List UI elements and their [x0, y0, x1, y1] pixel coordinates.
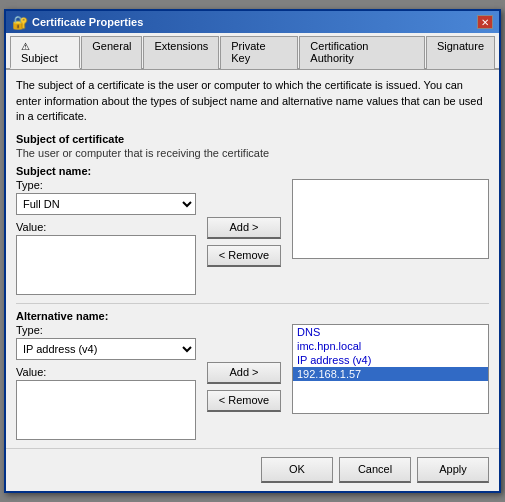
alt-type-label: Type:	[16, 324, 196, 336]
tab-general-label: General	[92, 40, 131, 52]
tab-extensions[interactable]: Extensions	[143, 36, 219, 69]
title-bar-left: 🔐 Certificate Properties	[12, 15, 143, 30]
subject-btn-col: Add > < Remove	[204, 179, 284, 295]
close-button[interactable]: ✕	[477, 15, 493, 29]
tabs-row: ⚠ Subject General Extensions Private Key…	[6, 33, 499, 70]
subject-name-section: Type: Full DN Common name Organization O…	[16, 179, 489, 295]
alt-name-label: Alternative name:	[16, 310, 489, 322]
subject-value-box[interactable]	[16, 235, 196, 295]
alt-listbox-item-dns-value[interactable]: imc.hpn.local	[293, 339, 488, 353]
subject-type-select[interactable]: Full DN Common name Organization Organiz…	[16, 193, 196, 215]
dialog-title: Certificate Properties	[32, 16, 143, 28]
alt-name-section: Type: IP address (v4) IP address (v6) DN…	[16, 324, 489, 440]
tab-subject-label: Subject	[21, 52, 58, 64]
alt-type-select[interactable]: IP address (v4) IP address (v6) DNS Emai…	[16, 338, 196, 360]
ok-button[interactable]: OK	[261, 457, 333, 483]
subject-value-label: Value:	[16, 221, 196, 233]
title-bar: 🔐 Certificate Properties ✕	[6, 11, 499, 33]
tab-private-key[interactable]: Private Key	[220, 36, 298, 69]
tab-signature-label: Signature	[437, 40, 484, 52]
subject-of-cert-label: Subject of certificate	[16, 133, 489, 145]
alt-listbox[interactable]: DNS imc.hpn.local IP address (v4) 192.16…	[292, 324, 489, 414]
alt-add-button[interactable]: Add >	[207, 362, 281, 384]
tab-general[interactable]: General	[81, 36, 142, 69]
divider	[16, 303, 489, 304]
tab-extensions-label: Extensions	[154, 40, 208, 52]
tab-cert-authority[interactable]: Certification Authority	[299, 36, 425, 69]
certificate-icon: 🔐	[12, 15, 28, 30]
tab-subject[interactable]: ⚠ Subject	[10, 36, 80, 69]
alt-value-box[interactable]	[16, 380, 196, 440]
tab-private-key-label: Private Key	[231, 40, 265, 64]
cancel-button[interactable]: Cancel	[339, 457, 411, 483]
subject-type-label: Type:	[16, 179, 196, 191]
alt-listbox-panel: DNS imc.hpn.local IP address (v4) 192.16…	[292, 324, 489, 440]
alt-remove-button[interactable]: < Remove	[207, 390, 281, 412]
alt-listbox-item-ipv4[interactable]: IP address (v4)	[293, 353, 488, 367]
tab-cert-authority-label: Certification Authority	[310, 40, 368, 64]
alt-listbox-item-ip[interactable]: 192.168.1.57	[293, 367, 488, 381]
tab-subject-icon: ⚠	[21, 41, 30, 52]
subject-listbox-panel	[292, 179, 489, 295]
tab-signature[interactable]: Signature	[426, 36, 495, 69]
alt-listbox-item-dns[interactable]: DNS	[293, 325, 488, 339]
alt-btn-col: Add > < Remove	[204, 324, 284, 440]
subject-name-left: Type: Full DN Common name Organization O…	[16, 179, 196, 295]
alt-value-label: Value:	[16, 366, 196, 378]
description-text: The subject of a certificate is the user…	[16, 78, 489, 124]
alt-name-left: Type: IP address (v4) IP address (v6) DN…	[16, 324, 196, 440]
footer: OK Cancel Apply	[6, 448, 499, 491]
subject-name-label: Subject name:	[16, 165, 489, 177]
certificate-properties-dialog: 🔐 Certificate Properties ✕ ⚠ Subject Gen…	[4, 9, 501, 492]
subject-listbox[interactable]	[292, 179, 489, 259]
subject-add-button[interactable]: Add >	[207, 217, 281, 239]
content-area: The subject of a certificate is the user…	[6, 70, 499, 447]
subject-remove-button[interactable]: < Remove	[207, 245, 281, 267]
subject-of-cert-value: The user or computer that is receiving t…	[16, 147, 489, 159]
apply-button[interactable]: Apply	[417, 457, 489, 483]
